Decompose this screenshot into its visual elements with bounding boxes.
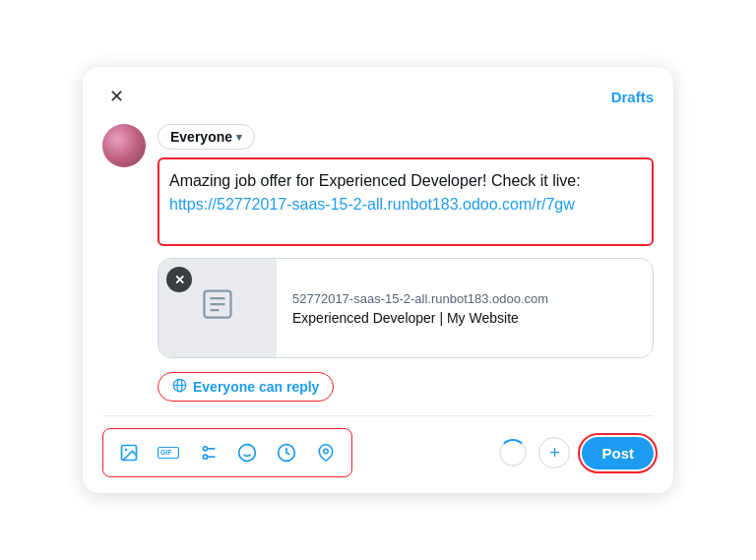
post-button[interactable]: Post	[582, 437, 654, 469]
svg-text:GIF: GIF	[160, 449, 171, 456]
toolbar: GIF	[102, 428, 654, 477]
close-button[interactable]: ✕	[102, 83, 130, 110]
compose-right: Everyone ▾ Amazing job offer for Experie…	[158, 124, 654, 402]
compose-modal: ✕ Drafts Everyone ▾ Amazing job offer fo…	[83, 67, 673, 493]
svg-point-11	[203, 447, 207, 451]
divider	[102, 415, 654, 416]
link-preview-domain: 52772017-saas-15-2-all.runbot183.odoo.co…	[292, 291, 548, 306]
loading-spinner	[499, 439, 527, 467]
svg-point-12	[203, 455, 207, 459]
poll-icon-button[interactable]	[190, 435, 225, 470]
svg-point-15	[239, 445, 256, 462]
image-icon-button[interactable]	[111, 435, 147, 470]
modal-header: ✕ Drafts	[102, 83, 654, 110]
add-thread-button[interactable]: +	[538, 437, 570, 468]
avatar	[102, 124, 146, 167]
link-preview-info: 52772017-saas-15-2-all.runbot183.odoo.co…	[277, 259, 564, 357]
reply-setting-button[interactable]: Everyone can reply	[158, 372, 334, 402]
tweet-link: https://52772017-saas-15-2-all.runbot183…	[169, 196, 575, 213]
reply-setting-text: Everyone can reply	[193, 379, 319, 395]
drafts-link[interactable]: Drafts	[611, 89, 654, 105]
article-icon	[200, 286, 235, 330]
emoji-icon-button[interactable]	[229, 435, 265, 470]
globe-icon	[172, 378, 187, 396]
svg-point-8	[125, 449, 127, 452]
location-icon-button[interactable]	[308, 435, 344, 470]
svg-point-19	[324, 449, 329, 454]
tweet-plain-text: Amazing job offer for Experienced Develo…	[169, 172, 581, 189]
remove-preview-button[interactable]: ✕	[166, 267, 192, 292]
gif-icon-button[interactable]: GIF	[151, 435, 186, 470]
schedule-icon-button[interactable]	[269, 435, 304, 470]
toolbar-right: + Post	[499, 437, 654, 469]
link-preview-card: ✕ 52772017-saas-15-2-all.runbot183.odoo.…	[158, 258, 654, 358]
toolbar-icons: GIF	[102, 428, 352, 477]
compose-area: Everyone ▾ Amazing job offer for Experie…	[102, 124, 654, 402]
audience-selector[interactable]: Everyone ▾	[158, 124, 255, 150]
chevron-down-icon: ▾	[236, 131, 242, 144]
link-preview-title: Experienced Developer | My Website	[292, 310, 548, 326]
tweet-text-input[interactable]: Amazing job offer for Experienced Develo…	[158, 157, 654, 246]
